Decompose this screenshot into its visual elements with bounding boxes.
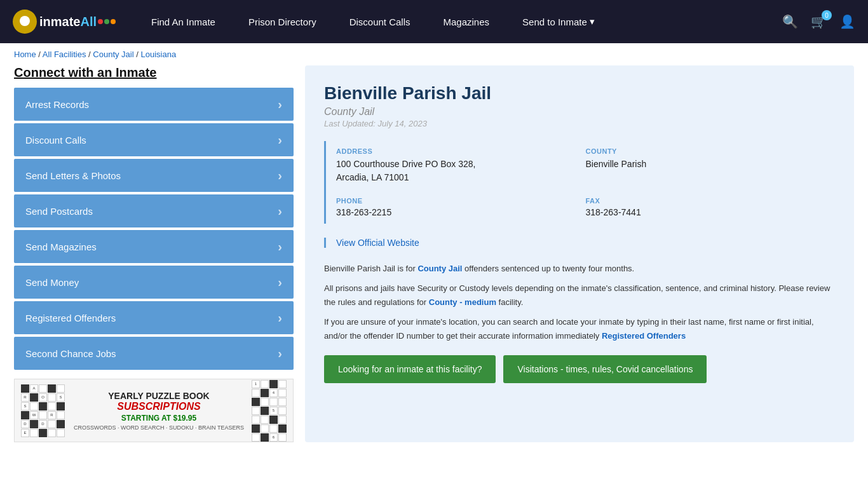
sidebar-item-arrest-records[interactable]: Arrest Records › (14, 88, 294, 121)
sidebar-item-discount-calls[interactable]: Discount Calls › (14, 123, 294, 156)
fax-label: FAX (586, 197, 836, 205)
sidebar-item-second-chance-jobs[interactable]: Second Chance Jobs › (14, 337, 294, 370)
website-link-container: View Official Website (324, 238, 835, 248)
logo[interactable]: inmateAll (13, 10, 116, 34)
registered-offenders-link[interactable]: Registered Offenders (602, 331, 686, 341)
user-icon[interactable]: 👤 (839, 14, 855, 29)
visitations-button[interactable]: Visitations - times, rules, Covid cancel… (503, 355, 707, 383)
sidebar-ad[interactable]: A R O S S W R D D (14, 379, 294, 442)
looking-for-inmate-button[interactable]: Looking for an inmate at this facility? (324, 355, 496, 383)
county-value: Bienville Parish (586, 158, 836, 171)
breadcrumb-all-facilities[interactable]: All Facilities (43, 50, 86, 59)
arrow-icon: › (278, 240, 282, 254)
search-icon[interactable]: 🔍 (782, 14, 798, 29)
arrow-icon: › (278, 204, 282, 219)
address-label: ADDRESS (336, 147, 586, 155)
county-label: COUNTY (586, 147, 836, 155)
sidebar-item-registered-offenders[interactable]: Registered Offenders › (14, 301, 294, 334)
breadcrumb-home[interactable]: Home (14, 50, 36, 59)
puzzle-grid-left: A R O S S W R D D (21, 384, 65, 437)
arrow-icon: › (278, 168, 282, 183)
description-3: If you are unsure of your inmate's locat… (324, 315, 835, 342)
phone-value: 318-263-2215 (336, 207, 586, 217)
facility-type: County Jail (324, 106, 835, 118)
website-link[interactable]: View Official Website (336, 238, 419, 248)
address-block: ADDRESS 100 Courthouse Drive PO Box 328,… (336, 141, 586, 191)
nav-magazines[interactable]: Magazines (427, 0, 506, 43)
ad-subtitle: SUBSCRIPTIONS (71, 401, 247, 412)
sidebar-menu: Arrest Records › Discount Calls › Send L… (14, 88, 294, 370)
arrow-icon: › (278, 275, 282, 290)
breadcrumb-county-jail[interactable]: County Jail (93, 50, 133, 59)
puzzle-grid-right: 1 4 5 (252, 380, 287, 442)
main-container: Connect with an Inmate Arrest Records › … (0, 65, 868, 461)
action-buttons: Looking for an inmate at this facility? … (324, 355, 835, 383)
arrow-icon: › (278, 97, 282, 112)
sidebar-item-send-postcards[interactable]: Send Postcards › (14, 194, 294, 227)
sidebar-item-send-letters[interactable]: Send Letters & Photos › (14, 159, 294, 192)
facility-info-grid: ADDRESS 100 Courthouse Drive PO Box 328,… (324, 141, 835, 224)
breadcrumb: Home / All Facilities / County Jail / Lo… (0, 43, 868, 65)
ad-text: YEARLY PUZZLE BOOK SUBSCRIPTIONS STARTIN… (71, 391, 247, 431)
address-value: 100 Courthouse Drive PO Box 328,Arcadia,… (336, 158, 586, 184)
nav-discount-calls[interactable]: Discount Calls (333, 0, 427, 43)
nav-find-inmate[interactable]: Find An Inmate (135, 0, 232, 43)
info-panel: Bienville Parish Jail County Jail Last U… (305, 65, 854, 442)
cart-icon[interactable]: 🛒 0 (811, 14, 827, 29)
cart-badge: 0 (822, 10, 832, 20)
arrow-icon: › (278, 133, 282, 147)
county-jail-link-1[interactable]: County Jail (417, 264, 462, 273)
header-icons: 🔍 🛒 0 👤 (782, 14, 855, 29)
ad-price: STARTING AT $19.95 (71, 414, 247, 423)
description-2: All prisons and jails have Security or C… (324, 281, 835, 309)
phone-label: PHONE (336, 197, 586, 205)
breadcrumb-louisiana[interactable]: Louisiana (140, 50, 176, 59)
sidebar-title: Connect with an Inmate (14, 65, 294, 80)
arrow-icon: › (278, 311, 282, 325)
ad-types: CROSSWORDS · WORD SEARCH · SUDOKU · BRAI… (71, 424, 247, 431)
facility-name: Bienville Parish Jail (324, 83, 835, 104)
arrow-icon: › (278, 346, 282, 361)
phone-block: PHONE 318-263-2215 (336, 191, 586, 224)
logo-text: inmateAll (39, 15, 97, 29)
header: inmateAll Find An Inmate Prison Director… (0, 0, 868, 43)
county-block: COUNTY Bienville Parish (586, 141, 836, 191)
sidebar-item-send-magazines[interactable]: Send Magazines › (14, 230, 294, 263)
main-nav: Find An Inmate Prison Directory Discount… (135, 0, 782, 43)
nav-prison-directory[interactable]: Prison Directory (232, 0, 333, 43)
fax-value: 318-263-7441 (586, 207, 836, 217)
nav-send-to-inmate[interactable]: Send to Inmate ▾ (506, 0, 611, 43)
county-medium-link[interactable]: County - medium (429, 297, 496, 307)
fax-block: FAX 318-263-7441 (586, 191, 836, 224)
sidebar-item-send-money[interactable]: Send Money › (14, 266, 294, 299)
ad-title: YEARLY PUZZLE BOOK (71, 391, 247, 401)
sidebar: Connect with an Inmate Arrest Records › … (14, 65, 294, 442)
description-1: Bienville Parish Jail is for County Jail… (324, 262, 835, 275)
facility-updated: Last Updated: July 14, 2023 (324, 119, 835, 128)
